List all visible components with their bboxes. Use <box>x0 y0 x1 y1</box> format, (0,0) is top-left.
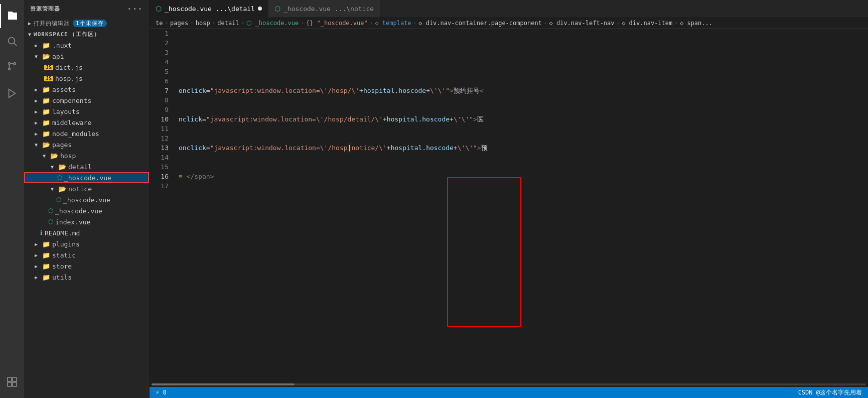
expand-arrow: ▼ <box>40 152 48 160</box>
sidebar-item-plugins[interactable]: ▶ 📁 plugins <box>24 238 149 249</box>
files-icon[interactable] <box>0 4 24 28</box>
sidebar-item-api[interactable]: ▼ 📂 api <box>24 51 149 62</box>
extensions-icon[interactable] <box>0 370 24 394</box>
vue-tab-icon-notice: ⬡ <box>274 5 280 13</box>
expand-arrow: ▶ <box>32 107 40 115</box>
expand-arrow: ▼ <box>48 163 56 171</box>
folder-icon-assets: 📁 <box>42 86 50 93</box>
code-line-13: onclick="javascript:window.location=\'/h… <box>179 143 868 153</box>
sidebar-item-hosp[interactable]: ▼ 📂 hosp <box>24 150 149 161</box>
sidebar-item-nuxt[interactable]: ▶ 📁 .nuxt <box>24 40 149 51</box>
sidebar-item-notice[interactable]: ▼ 📂 notice <box>24 183 149 194</box>
expand-arrow: ▶ <box>32 273 40 281</box>
code-line-12 <box>179 134 868 143</box>
breadcrumb-item-pages[interactable]: pages <box>170 20 188 27</box>
open-editors-label: 打开的编辑器 <box>34 20 70 27</box>
folder-icon-store: 📁 <box>42 262 50 270</box>
code-line-9 <box>179 105 868 114</box>
code-line-7: onclick="javascript:window.location=\'/h… <box>179 86 868 95</box>
activity-bar <box>0 0 24 398</box>
sidebar-item-hosp-js[interactable]: JS hosp.js <box>24 73 149 84</box>
expand-arrow: ▶ <box>32 41 40 49</box>
breadcrumb-item-template[interactable]: ◇ template <box>375 20 411 27</box>
expand-arrow: ▶ <box>32 240 40 248</box>
code-content[interactable]: onclick="javascript:window.location=\'/h… <box>175 29 868 382</box>
sidebar-item-static[interactable]: ▶ 📁 static <box>24 249 149 260</box>
code-line-17 <box>179 181 868 191</box>
expand-arrow: ▶ <box>32 251 40 259</box>
code-line-11 <box>179 124 868 134</box>
line-numbers: 1 2 3 4 5 6 7 8 9 10 11 12 13 14 <box>150 29 175 382</box>
breadcrumb-item-nav-item[interactable]: ◇ div.nav-item <box>622 20 672 27</box>
folder-icon-notice: 📂 <box>58 185 66 193</box>
sidebar-item-readme[interactable]: ℹ README.md <box>24 227 149 238</box>
svg-rect-9 <box>8 382 12 386</box>
sidebar-item-index-vue[interactable]: ⬡ index.vue <box>24 216 149 227</box>
sidebar-item-pages[interactable]: ▼ 📂 pages <box>24 139 149 150</box>
tab-bar: ⬡ _hoscode.vue ...\detail ⬡ _hoscode.vue… <box>150 0 868 18</box>
expand-arrow: ▶ <box>32 85 40 93</box>
breadcrumb-item-nav-container[interactable]: ◇ div.nav-container.page-component <box>418 20 542 27</box>
folder-icon-nuxt: 📁 <box>42 42 50 49</box>
tab-label-notice: _hoscode.vue ...\notice <box>283 5 374 13</box>
vue-icon-hoscode-detail: ⬡ <box>57 174 62 181</box>
expand-arrow: ▼ <box>32 52 40 60</box>
svg-rect-7 <box>8 377 12 381</box>
workspace-label: WORKSPACE (工作区) <box>34 31 97 38</box>
sidebar-item-hoscode-notice[interactable]: ⬡ _hoscode.vue <box>24 194 149 205</box>
debug-icon[interactable] <box>0 81 24 105</box>
search-icon[interactable] <box>0 29 24 53</box>
folder-icon-nodemodules: 📁 <box>42 130 50 138</box>
code-line-3 <box>179 48 868 57</box>
vue-icon-hoscode-hosp: ⬡ <box>48 207 53 214</box>
sidebar-item-detail[interactable]: ▼ 📂 detail <box>24 161 149 172</box>
breadcrumb-item-file[interactable]: ⬡ _hoscode.vue <box>246 20 299 27</box>
breadcrumb-item-detail[interactable]: detail <box>217 20 239 27</box>
code-line-14 <box>179 153 868 162</box>
sidebar-item-nodemodules[interactable]: ▶ 📁 node_modules <box>24 128 149 139</box>
sidebar-item-dict[interactable]: JS dict.js <box>24 62 149 73</box>
expand-arrow: ▼ <box>48 185 56 193</box>
workspace-header[interactable]: ▼ WORKSPACE (工作区) <box>24 29 149 40</box>
sidebar-item-utils[interactable]: ▶ 📁 utils <box>24 272 149 283</box>
tab-hoscode-detail[interactable]: ⬡ _hoscode.vue ...\detail <box>150 0 268 17</box>
horizontal-scrollbar[interactable] <box>150 382 868 387</box>
breadcrumb-item-span[interactable]: ◇ span... <box>680 20 712 27</box>
sidebar-item-middleware[interactable]: ▶ 📁 middleware <box>24 117 149 128</box>
js-icon-dict: JS <box>44 65 53 70</box>
code-line-5 <box>179 67 868 76</box>
breadcrumb-item-string[interactable]: {} "_hoscode.vue" <box>306 20 368 27</box>
tab-hoscode-notice[interactable]: ⬡ _hoscode.vue ...\notice <box>268 0 380 17</box>
sidebar-item-assets[interactable]: ▶ 📁 assets <box>24 84 149 95</box>
scrollbar-track <box>152 383 866 385</box>
vue-icon-index: ⬡ <box>48 218 53 225</box>
sidebar-item-hoscode-hosp[interactable]: ⬡ _hoscode.vue <box>24 205 149 216</box>
git-icon[interactable] <box>0 54 24 78</box>
folder-icon-pages: 📂 <box>42 141 50 149</box>
folder-icon-plugins: 📁 <box>42 240 50 248</box>
folder-icon-components: 📁 <box>42 97 50 104</box>
unsaved-count: 1个未保存 <box>73 20 107 27</box>
open-editors-section[interactable]: ▶ 打开的编辑器 1个未保存 <box>24 18 149 29</box>
editor-content[interactable]: 1 2 3 4 5 6 7 8 9 10 11 12 13 14 <box>150 29 868 382</box>
folder-icon-api: 📂 <box>42 53 50 60</box>
tab-label-detail: _hoscode.vue ...\detail <box>165 5 255 13</box>
code-line-10: nclick="javascript:window.location=\'/ho… <box>179 114 868 124</box>
sidebar-more-button[interactable]: ··· <box>127 4 143 14</box>
breadcrumb-item-nav-left[interactable]: ◇ div.nav-left-nav <box>549 20 614 27</box>
readme-icon: ℹ <box>40 229 43 236</box>
code-line-6 <box>179 76 868 86</box>
sidebar-item-components[interactable]: ▶ 📁 components <box>24 95 149 106</box>
breadcrumb-item-te: te <box>156 20 163 27</box>
breadcrumb-item-hosp[interactable]: hosp <box>196 20 210 27</box>
sidebar-title: 资源管理器 <box>30 5 60 13</box>
scrollbar-thumb <box>152 383 295 385</box>
folder-icon-middleware: 📁 <box>42 119 50 126</box>
sidebar-item-layouts[interactable]: ▶ 📁 layouts <box>24 106 149 117</box>
sidebar-item-hoscode-detail[interactable]: ⬡ _hoscode.vue <box>24 172 149 183</box>
sidebar-header: 资源管理器 ··· <box>24 0 149 18</box>
editor-area: ⬡ _hoscode.vue ...\detail ⬡ _hoscode.vue… <box>150 0 868 398</box>
svg-point-1 <box>9 38 15 44</box>
sidebar-item-store[interactable]: ▶ 📁 store <box>24 260 149 272</box>
folder-icon-utils: 📁 <box>42 274 50 281</box>
